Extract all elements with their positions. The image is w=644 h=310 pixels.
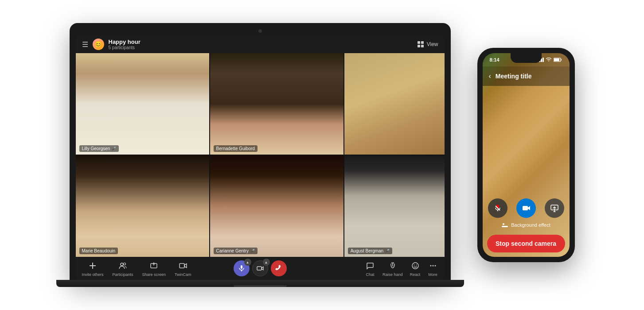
person-august [344, 155, 445, 257]
laptop-base [56, 280, 464, 287]
nametag-carianne: Carianne Gentry 🎤 [214, 248, 258, 254]
phone-body: 8:14 [477, 48, 575, 262]
laptop-webcam [258, 29, 262, 33]
nametag-bernadette-text: Bernadette Guibord [216, 146, 255, 151]
invite-others-button[interactable]: Invite others [82, 260, 104, 277]
laptop-screen: ☰ 😊 Happy hour 5 participants [76, 35, 445, 280]
phone-notch [511, 53, 542, 63]
dog-video [344, 53, 445, 155]
participants-button[interactable]: Participants [113, 260, 133, 277]
video-cell-august: August Bergman 🎤 [344, 155, 445, 257]
participants-label: Participants [113, 272, 133, 277]
svg-point-14 [430, 265, 431, 266]
signal-bar-4 [543, 58, 544, 62]
nametag-lilly-text: Lilly Georgsen [82, 146, 110, 151]
svg-rect-18 [554, 58, 559, 61]
toolbar-right: Chat Raise hand [365, 260, 438, 277]
svg-rect-25 [502, 226, 508, 227]
svg-point-24 [503, 223, 504, 225]
svg-point-12 [414, 264, 414, 265]
person-bernadette [210, 53, 343, 155]
laptop-toolbar: Invite others Parti [76, 257, 445, 280]
phone-camera-button[interactable] [516, 198, 536, 218]
wifi-icon [546, 58, 552, 62]
toolbar-left: Invite others Parti [82, 260, 191, 277]
person-carianne [210, 155, 343, 257]
mic-expand[interactable]: ▲ [244, 259, 251, 266]
svg-point-11 [412, 263, 418, 269]
bg-effect-row: Background effect [487, 221, 565, 229]
svg-point-5 [124, 263, 126, 265]
bg-effect-label: Background effect [511, 222, 550, 228]
phone-ctrl-row [487, 198, 565, 218]
svg-rect-22 [523, 206, 528, 210]
laptop-device: ☰ 😊 Happy hour 5 participants [70, 23, 451, 287]
react-icon [410, 260, 421, 271]
person-lilly [76, 53, 209, 155]
stop-second-camera-button[interactable]: Stop second camera [487, 235, 565, 252]
raise-hand-icon [387, 260, 398, 271]
meeting-avatar: 😊 [93, 39, 104, 50]
mic-icon-august: 🎤 [385, 249, 390, 253]
video-cell-lilly: Lilly Georgsen 🎤 [76, 53, 209, 155]
raise-hand-label: Raise hand [382, 272, 403, 277]
video-cell-marie: Marie Beaudouin [76, 155, 209, 257]
topbar-right[interactable]: View [417, 41, 438, 48]
phone-mic-button[interactable] [488, 198, 507, 218]
status-time: 8:14 [490, 57, 500, 62]
scene: ☰ 😊 Happy hour 5 participants [43, 14, 601, 296]
chat-button[interactable]: Chat [365, 260, 375, 277]
nametag-bernadette: Bernadette Guibord [214, 145, 258, 152]
video-cell-bernadette: Bernadette Guibord [210, 53, 343, 155]
svg-rect-1 [421, 41, 424, 44]
svg-point-16 [434, 265, 436, 266]
topbar-left: ☰ 😊 Happy hour 5 participants [82, 39, 141, 50]
phone-header: ‹ Meeting title [483, 66, 570, 86]
svg-rect-3 [421, 45, 424, 47]
more-icon [428, 260, 438, 271]
raise-hand-button[interactable]: Raise hand [382, 260, 403, 277]
nametag-carianne-text: Carianne Gentry [216, 248, 249, 253]
share-icon [148, 260, 159, 271]
nametag-marie: Marie Beaudouin [79, 248, 118, 254]
end-call-button[interactable] [271, 260, 287, 276]
svg-rect-7 [180, 264, 184, 268]
svg-point-15 [432, 265, 433, 266]
svg-point-13 [416, 264, 417, 265]
invite-icon [87, 260, 98, 271]
phone-controls: Background effect Stop second camera [483, 194, 570, 257]
chat-icon [365, 260, 375, 271]
invite-label: Invite others [82, 272, 104, 277]
nametag-marie-text: Marie Beaudouin [82, 248, 116, 253]
bg-effect-icon [501, 221, 508, 229]
more-label: More [428, 272, 437, 277]
more-button[interactable]: More [428, 260, 438, 277]
participants-icon [117, 260, 128, 271]
mic-icon-carianne: 🎤 [250, 249, 255, 253]
twincam-button[interactable]: TwinCam [175, 260, 191, 277]
view-label[interactable]: View [427, 41, 438, 47]
camera-expand[interactable]: ▲ [263, 259, 270, 266]
share-screen-button[interactable]: Share screen [142, 260, 166, 277]
svg-point-4 [121, 263, 123, 266]
share-label: Share screen [142, 272, 166, 277]
svg-rect-10 [257, 267, 262, 270]
svg-rect-0 [418, 41, 420, 44]
chat-label: Chat [366, 272, 374, 277]
meeting-participants: 5 participants [109, 45, 141, 50]
phone-device: 8:14 [477, 48, 575, 262]
svg-rect-2 [418, 45, 420, 47]
twincam-label: TwinCam [175, 272, 191, 277]
mic-icon-lilly: 🎤 [112, 147, 116, 151]
phone-screen: 8:14 [483, 53, 570, 257]
hamburger-icon[interactable]: ☰ [82, 40, 88, 49]
grid-icon [417, 41, 424, 48]
meeting-title: Happy hour [109, 39, 141, 45]
nametag-lilly: Lilly Georgsen 🎤 [79, 145, 119, 152]
back-button[interactable]: ‹ [489, 72, 491, 80]
phone-screen-share-button[interactable] [545, 198, 564, 218]
toolbar-center: ▲ ▲ [234, 260, 287, 276]
phone-meeting-title: Meeting title [496, 73, 532, 80]
react-button[interactable]: React [410, 260, 421, 277]
battery-icon [554, 58, 562, 62]
